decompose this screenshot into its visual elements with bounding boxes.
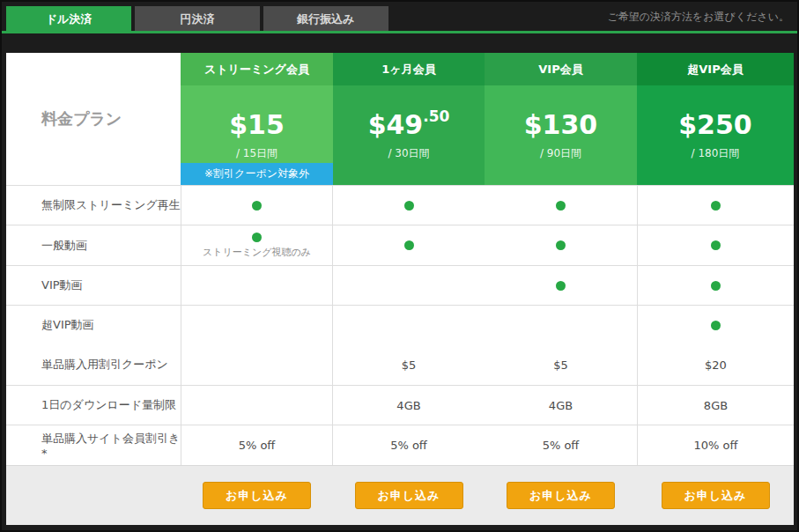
signup-button-super-vip[interactable]: お申し込み [662, 482, 770, 509]
feature-label: 超VIP動画 [6, 306, 181, 344]
signup-button-vip[interactable]: お申し込み [507, 482, 615, 509]
included-dot-icon [556, 281, 566, 291]
payment-method-tabbar: ドル決済 円決済 銀行振込み ご希望の決済方法をお選びください。 [2, 2, 797, 33]
feature-value-cell [333, 225, 485, 265]
plan-price-super-vip: $250 / 180日間 [637, 85, 794, 185]
plan-price-1month: $49.50 / 30日間 [333, 85, 485, 185]
feature-value-cell [637, 186, 794, 225]
feature-row-general-video: 一般動画 ストリーミング視聴のみ [6, 225, 794, 265]
streaming-only-note: ストリーミング視聴のみ [203, 246, 311, 259]
feature-value-cell: ストリーミング視聴のみ [181, 225, 333, 265]
plan-price-vip: $130 / 90日間 [485, 85, 637, 185]
feature-value-cell [485, 225, 637, 265]
feature-value-cell: 4GB [333, 386, 485, 425]
feature-label: 無制限ストリーミング再生 [6, 186, 181, 225]
feature-label: 一般動画 [6, 225, 181, 265]
feature-value-cell [333, 306, 485, 344]
feature-label: 単品購入サイト会員割引き* [6, 425, 181, 465]
feature-row-site-member-discount: 単品購入サイト会員割引き* 5% off 5% off 5% off 10% o… [6, 425, 794, 465]
feature-label: 1日のダウンロード量制限 [6, 386, 181, 425]
feature-value-cell: 8GB [637, 386, 794, 425]
price-value: $130 [524, 109, 598, 138]
feature-label: VIP動画 [6, 266, 181, 305]
footer-cell: お申し込み [333, 482, 485, 509]
feature-value-cell [181, 266, 333, 305]
pricing-table: 料金プラン ストリーミング会員 1ヶ月会員 VIP会員 超VIP会員 $15 /… [6, 53, 794, 525]
price-value: $250 [678, 109, 752, 138]
feature-value-cell: 5% off [485, 425, 637, 465]
included-dot-icon [404, 240, 414, 250]
price-plan-heading-label: 料金プラン [41, 108, 122, 129]
signup-button-1month[interactable]: お申し込み [355, 482, 463, 509]
price-period: / 15日間 [236, 146, 277, 161]
signup-footer: お申し込み お申し込み お申し込み お申し込み [6, 465, 794, 525]
included-dot-icon [556, 240, 566, 250]
feature-value-cell [181, 386, 333, 425]
signup-button-streaming[interactable]: お申し込み [203, 482, 311, 509]
included-dot-icon [711, 201, 721, 211]
feature-value-cell [333, 186, 485, 225]
feature-value-cell [181, 344, 333, 385]
price-plan-heading: 料金プラン [6, 53, 181, 185]
feature-value-cell: 10% off [637, 425, 794, 465]
tab-bank-transfer[interactable]: 銀行振込み [263, 6, 388, 32]
payment-hint-text: ご希望の決済方法をお選びください。 [607, 10, 789, 25]
feature-label: 単品購入用割引クーポン [6, 344, 181, 385]
price-value: $15 [229, 109, 285, 138]
feature-value-cell [485, 266, 637, 305]
feature-value-cell [485, 186, 637, 225]
feature-row-vip-video: VIP動画 [6, 265, 794, 305]
feature-value-cell: 5% off [181, 425, 333, 465]
plan-name-1month: 1ヶ月会員 [333, 53, 485, 85]
price-period: / 90日間 [540, 146, 581, 161]
included-dot-icon [252, 201, 262, 211]
feature-row-super-vip-video: 超VIP動画 [6, 305, 794, 344]
coupon-exclusion-banner: ※割引クーポン対象外 [181, 163, 333, 185]
tab-dollar-payment[interactable]: ドル決済 [6, 6, 131, 32]
feature-value-cell [181, 306, 333, 344]
feature-row-unlimited-streaming: 無制限ストリーミング再生 [6, 185, 794, 225]
feature-value-cell [485, 306, 637, 344]
plan-price-streaming: $15 / 15日間 ※割引クーポン対象外 [181, 85, 333, 185]
included-dot-icon [404, 201, 414, 211]
footer-cell: お申し込み [485, 482, 637, 509]
feature-row-single-purchase-coupon: 単品購入用割引クーポン $5 $5 $20 [6, 344, 794, 385]
price-value: $49.50 [368, 109, 450, 138]
price-period: / 30日間 [388, 146, 429, 161]
included-dot-icon [711, 281, 721, 291]
price-period: / 180日間 [692, 146, 740, 161]
plan-header-section: 料金プラン ストリーミング会員 1ヶ月会員 VIP会員 超VIP会員 $15 /… [6, 53, 794, 185]
feature-value-cell: $5 [485, 344, 637, 385]
feature-value-cell: $5 [333, 344, 485, 385]
feature-value-cell [637, 306, 794, 344]
tab-accent-line [2, 31, 797, 33]
included-dot-icon [711, 321, 721, 330]
feature-value-cell [181, 186, 333, 225]
feature-row-daily-download-limit: 1日のダウンロード量制限 4GB 4GB 8GB [6, 385, 794, 425]
footer-cell: お申し込み [181, 482, 333, 509]
feature-value-cell: 5% off [333, 425, 485, 465]
included-dot-icon [556, 201, 566, 211]
plan-name-vip: VIP会員 [485, 53, 637, 85]
feature-value-cell: $20 [637, 344, 794, 385]
tab-yen-payment[interactable]: 円決済 [135, 6, 260, 32]
plan-name-super-vip: 超VIP会員 [637, 53, 794, 85]
included-dot-icon [252, 233, 262, 242]
plan-name-streaming: ストリーミング会員 [181, 53, 333, 85]
feature-value-cell [637, 266, 794, 305]
footer-cell: お申し込み [637, 482, 794, 509]
included-dot-icon [711, 240, 721, 250]
feature-value-cell: 4GB [485, 386, 637, 425]
feature-value-cell [333, 266, 485, 305]
feature-value-cell [637, 225, 794, 265]
